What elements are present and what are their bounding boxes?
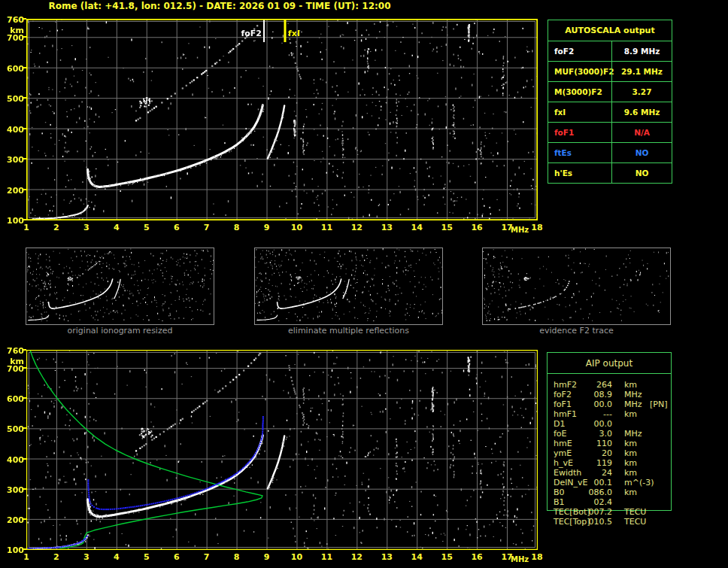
- x-tick-1: 1: [19, 223, 34, 232]
- x-tick-12: 12: [349, 552, 364, 562]
- y-tick-200: 200: [1, 186, 24, 196]
- autoscala-row-value: NO: [611, 143, 672, 163]
- y-tick-mark-600: [23, 67, 26, 68]
- autoscala-rows: foF28.9 MHzMUF(3000)F229.1 MHzM(3000)F23…: [548, 41, 672, 183]
- x-tick-5: 5: [139, 223, 154, 232]
- x-tick-3: 3: [79, 552, 94, 562]
- aip-rows: hmF2264kmfoF208.9MHzfoF100.0MHz[PN]hmF1-…: [548, 380, 671, 527]
- aip-row-label: ymE: [554, 448, 572, 458]
- autoscala-row-value: 9.6 MHz: [611, 102, 672, 122]
- aip-row-value: 086.0: [584, 488, 612, 497]
- aip-row-DelNvE: DelN_vE00.1m^(-3): [548, 478, 671, 488]
- aip-row-value: 02.4: [584, 497, 612, 507]
- y-tick-mark-200: [23, 518, 26, 520]
- aip-row-foE: foE3.0MHz: [548, 429, 671, 439]
- aip-row-value: 00.0: [584, 419, 612, 429]
- autoscala-row-foF2: foF28.9 MHz: [548, 41, 672, 61]
- x-tick-15: 15: [439, 552, 454, 562]
- aip-row-value: 3.0: [584, 429, 612, 439]
- aip-row-label: hmF2: [554, 380, 577, 390]
- aip-row-unit: km: [624, 380, 637, 390]
- y-tick-400: 400: [1, 455, 24, 465]
- aip-row-label: hmE: [554, 439, 572, 448]
- autoscala-row-label: fxI: [554, 102, 566, 122]
- thumbnail-caption-f2: evidence F2 trace: [482, 326, 671, 336]
- x-tick-8: 8: [229, 552, 244, 562]
- y-tick-mark-400: [23, 128, 26, 129]
- x-tick-16: 16: [469, 552, 484, 562]
- aip-row-value: 110: [584, 439, 612, 448]
- aip-row-label: DelN_vE: [554, 478, 587, 488]
- x-tick-4: 4: [109, 552, 124, 562]
- thumbnail-original-canvas: [26, 248, 214, 321]
- y-tick-mark-700: [23, 367, 26, 369]
- aip-row-label: foE: [554, 429, 567, 439]
- x-tick-11: 11: [319, 223, 334, 232]
- thumbnail-f2-trace-canvas: [483, 248, 670, 321]
- aip-row-B0: B0086.0km: [548, 488, 671, 497]
- x-tick-3: 3: [79, 223, 94, 232]
- x-tick-9: 9: [259, 223, 275, 232]
- aip-row-value: 00.1: [584, 478, 612, 488]
- y-tick-mark-500: [23, 427, 26, 429]
- x-tick-14: 14: [409, 223, 424, 232]
- autoscala-row-label: foF2: [554, 41, 574, 61]
- autoscala-row-foF1: foF1N/A: [548, 122, 672, 142]
- x-tick-10: 10: [289, 552, 304, 562]
- y-tick-600: 600: [1, 64, 24, 74]
- y-tick-760: 760: [1, 346, 24, 356]
- aip-row-hmF2: hmF2264km: [548, 380, 671, 390]
- y-tick-mark-200: [23, 189, 26, 190]
- autoscala-row-ftEs: ftEsNO: [548, 142, 672, 163]
- x-tick-6: 6: [169, 223, 184, 232]
- thumbnail-multiple-reflections-canvas: [255, 248, 442, 321]
- y-tick-400: 400: [1, 125, 24, 135]
- aip-row-unit: MHz: [624, 429, 642, 439]
- x-axis-unit: MHz: [510, 555, 529, 563]
- aip-row-label: foF1: [554, 399, 572, 409]
- autoscala-panel-title: AUTOSCALA output: [548, 20, 672, 41]
- thumbnail-f2-trace: [482, 248, 671, 325]
- aip-row-unit: km: [624, 458, 637, 468]
- fxi-marker-label: fxI: [288, 29, 318, 38]
- aip-row-unit: MHz: [624, 390, 642, 399]
- autoscala-row-hEs: h'EsNO: [548, 163, 672, 183]
- y-tick-760: 760: [1, 15, 24, 25]
- x-tick-12: 12: [349, 223, 364, 232]
- x-tick-18: 18: [529, 552, 544, 562]
- aip-row-hmF1: hmF1---km: [548, 409, 671, 419]
- autoscala-row-label: M(3000)F2: [554, 82, 602, 102]
- x-tick-7: 7: [199, 552, 214, 562]
- y-tick-mark-400: [23, 458, 26, 460]
- aip-row-value: 08.9: [584, 390, 612, 399]
- x-tick-5: 5: [139, 552, 154, 562]
- y-tick-500: 500: [1, 94, 24, 104]
- y-tick-mark-760: [23, 349, 26, 351]
- aip-row-label: B0: [554, 488, 565, 497]
- y-tick-mark-100: [23, 548, 26, 550]
- aip-row-unit: km: [624, 488, 637, 497]
- fof2-marker-label: foF2: [226, 29, 262, 38]
- aip-row-value: 010.5: [584, 517, 612, 527]
- aip-row-hvE: h_vE119km: [548, 458, 671, 468]
- bottom-ionogram-canvas: [26, 350, 538, 550]
- aip-row-B1: B102.4: [548, 497, 671, 507]
- y-tick-300: 300: [1, 155, 24, 165]
- aip-row-value: 119: [584, 458, 612, 468]
- x-tick-13: 13: [379, 223, 394, 232]
- aip-row-D1: D100.0: [548, 419, 671, 429]
- aip-row-label: D1: [554, 419, 565, 429]
- autoscala-row-value: 29.1 MHz: [611, 62, 672, 81]
- x-tick-8: 8: [229, 223, 244, 232]
- aip-row-label: Ewidth: [554, 468, 581, 478]
- y-tick-mark-760: [23, 18, 26, 20]
- aip-row-value: 264: [584, 380, 612, 390]
- x-tick-14: 14: [409, 552, 424, 562]
- aip-row-hmE: hmE110km: [548, 439, 671, 448]
- thumbnail-multiple-reflections: [254, 248, 443, 325]
- aip-row-unit: MHz: [624, 399, 642, 409]
- y-tick-mark-700: [23, 36, 26, 38]
- aip-row-value: 20: [584, 448, 612, 458]
- autoscala-row-value: 8.9 MHz: [611, 41, 672, 61]
- autoscala-row-value: NO: [611, 163, 672, 183]
